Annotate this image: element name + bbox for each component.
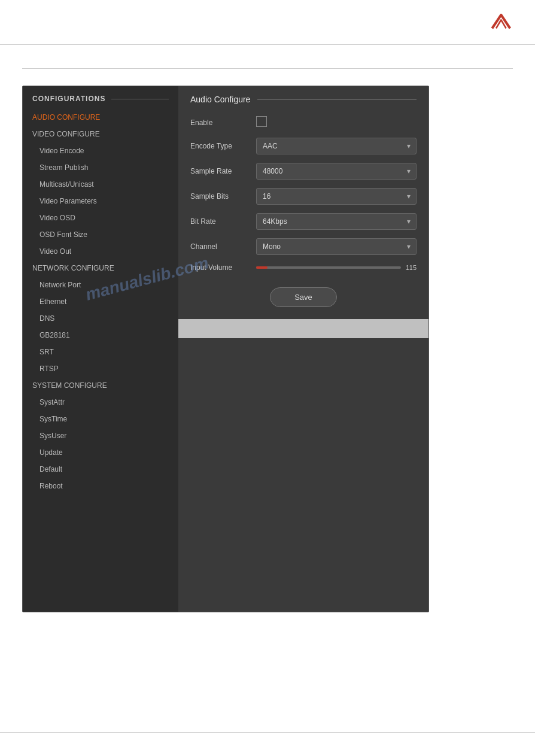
sidebar-item-default[interactable]: Default — [23, 461, 178, 478]
sidebar-item-label: Video OSD — [39, 214, 75, 222]
content-header-line — [257, 99, 417, 100]
sidebar-item-rtsp[interactable]: RTSP — [23, 360, 178, 377]
sidebar-item-video-osd[interactable]: Video OSD — [23, 210, 178, 226]
divider-bar — [22, 45, 513, 69]
main-content: CONFIGURATIONS AUDIO CONFIGURE VIDEO CON… — [22, 86, 513, 612]
bit-rate-row: Bit Rate 32Kbps 48Kbps 64Kbps 96Kbps 128… — [190, 213, 417, 230]
channel-row: Channel Mono Stereo — [190, 238, 417, 255]
sidebar-item-label: SysUser — [39, 432, 66, 440]
sidebar: CONFIGURATIONS AUDIO CONFIGURE VIDEO CON… — [23, 86, 178, 612]
channel-control: Mono Stereo — [256, 238, 417, 255]
sidebar-item-label: SRT — [39, 348, 54, 356]
brand-logo-icon — [487, 10, 517, 34]
sidebar-item-reboot[interactable]: Reboot — [23, 478, 178, 494]
slider-value: 115 — [406, 264, 417, 271]
content-body: Enable Encode Type AAC G711A G711U — [178, 110, 428, 319]
sidebar-item-label: AUDIO CONFIGURE — [32, 113, 100, 122]
page-footer — [0, 732, 535, 756]
sidebar-item-label: Default — [39, 465, 62, 473]
content-header: Audio Configure — [178, 86, 428, 110]
sidebar-item-label: SYSTEM CONFIGURE — [32, 381, 107, 390]
slider-fill — [256, 266, 268, 269]
sidebar-item-label: Stream Publish — [39, 163, 88, 172]
sidebar-item-label: VIDEO CONFIGURE — [32, 130, 100, 138]
encode-type-select[interactable]: AAC G711A G711U G726 — [256, 138, 417, 154]
bit-rate-control: 32Kbps 48Kbps 64Kbps 96Kbps 128Kbps — [256, 213, 417, 230]
sidebar-item-video-out[interactable]: Video Out — [23, 243, 178, 260]
content-footer — [178, 319, 428, 338]
sidebar-item-dns[interactable]: DNS — [23, 310, 178, 327]
sidebar-header-line — [111, 99, 169, 99]
sidebar-item-video-parameters[interactable]: Video Parameters — [23, 193, 178, 210]
sidebar-item-label: SysTime — [39, 415, 67, 423]
sidebar-item-osd-font-size[interactable]: OSD Font Size — [23, 226, 178, 243]
sidebar-item-update[interactable]: Update — [23, 444, 178, 461]
sidebar-item-label: Video Encode — [39, 147, 84, 155]
encode-type-row: Encode Type AAC G711A G711U G726 — [190, 138, 417, 154]
sample-rate-row: Sample Rate 8000 16000 32000 44100 48000 — [190, 163, 417, 180]
channel-label: Channel — [190, 242, 256, 251]
bit-rate-label: Bit Rate — [190, 217, 256, 226]
content-panel: Audio Configure Enable Encode Type — [178, 86, 428, 612]
sidebar-item-network-port[interactable]: Network Port — [23, 277, 178, 293]
sample-rate-control: 8000 16000 32000 44100 48000 — [256, 163, 417, 180]
sidebar-item-label: SystAttr — [39, 398, 65, 406]
sidebar-item-sysattr[interactable]: SystAttr — [23, 394, 178, 411]
sidebar-item-label: Reboot — [39, 482, 63, 490]
bit-rate-select-wrapper: 32Kbps 48Kbps 64Kbps 96Kbps 128Kbps — [256, 213, 417, 230]
top-bar — [0, 0, 535, 45]
save-button[interactable]: Save — [270, 287, 337, 307]
ui-panel: CONFIGURATIONS AUDIO CONFIGURE VIDEO CON… — [22, 86, 429, 612]
sidebar-item-system-configure[interactable]: SYSTEM CONFIGURE — [23, 377, 178, 394]
channel-select[interactable]: Mono Stereo — [256, 238, 417, 255]
sidebar-item-network-configure[interactable]: NETWORK CONFIGURE — [23, 260, 178, 277]
sidebar-item-label: Video Parameters — [39, 197, 97, 205]
sidebar-item-srt[interactable]: SRT — [23, 344, 178, 360]
sidebar-item-video-encode[interactable]: Video Encode — [23, 142, 178, 159]
slider-track[interactable] — [256, 266, 401, 269]
sample-bits-select-wrapper: 16 8 — [256, 188, 417, 205]
encode-type-select-wrapper: AAC G711A G711U G726 — [256, 138, 417, 154]
sidebar-item-label: Video Out — [39, 247, 71, 256]
sample-bits-label: Sample Bits — [190, 192, 256, 201]
sample-rate-label: Sample Rate — [190, 167, 256, 175]
sidebar-item-label: NETWORK CONFIGURE — [32, 264, 114, 272]
enable-label: Enable — [190, 119, 256, 127]
enable-row: Enable — [190, 116, 417, 129]
sidebar-item-label: Ethernet — [39, 297, 66, 306]
sidebar-header: CONFIGURATIONS — [23, 86, 178, 109]
sidebar-item-label: Update — [39, 448, 63, 457]
channel-select-wrapper: Mono Stereo — [256, 238, 417, 255]
sample-rate-select[interactable]: 8000 16000 32000 44100 48000 — [256, 163, 417, 180]
sidebar-item-label: GB28181 — [39, 331, 70, 339]
encode-type-control: AAC G711A G711U G726 — [256, 138, 417, 154]
sidebar-item-gb28181[interactable]: GB28181 — [23, 327, 178, 344]
input-volume-label: Input Volume — [190, 263, 256, 272]
sidebar-item-audio-configure[interactable]: AUDIO CONFIGURE — [23, 109, 178, 126]
bit-rate-select[interactable]: 32Kbps 48Kbps 64Kbps 96Kbps 128Kbps — [256, 213, 417, 230]
sample-bits-control: 16 8 — [256, 188, 417, 205]
sample-bits-select[interactable]: 16 8 — [256, 188, 417, 205]
sidebar-item-label: RTSP — [39, 365, 59, 373]
sidebar-item-systime[interactable]: SysTime — [23, 411, 178, 427]
sidebar-item-label: Multicast/Unicast — [39, 180, 94, 189]
sidebar-item-label: Network Port — [39, 281, 81, 289]
sample-rate-select-wrapper: 8000 16000 32000 44100 48000 — [256, 163, 417, 180]
input-volume-control: 115 — [256, 264, 417, 271]
sidebar-title: CONFIGURATIONS — [32, 95, 105, 103]
sidebar-item-video-configure[interactable]: VIDEO CONFIGURE — [23, 126, 178, 142]
sidebar-item-label: DNS — [39, 314, 54, 323]
enable-control — [256, 116, 417, 129]
sidebar-item-label: OSD Font Size — [39, 230, 87, 239]
sidebar-item-ethernet[interactable]: Ethernet — [23, 293, 178, 310]
sidebar-item-multicast-unicast[interactable]: Multicast/Unicast — [23, 176, 178, 193]
slider-row: 115 — [256, 264, 417, 271]
encode-type-label: Encode Type — [190, 142, 256, 150]
sample-bits-row: Sample Bits 16 8 — [190, 188, 417, 205]
input-volume-row: Input Volume 115 — [190, 263, 417, 272]
sidebar-item-stream-publish[interactable]: Stream Publish — [23, 159, 178, 176]
content-title: Audio Configure — [190, 95, 250, 104]
enable-checkbox[interactable] — [256, 116, 267, 127]
save-row: Save — [190, 281, 417, 307]
sidebar-item-sysuser[interactable]: SysUser — [23, 427, 178, 444]
